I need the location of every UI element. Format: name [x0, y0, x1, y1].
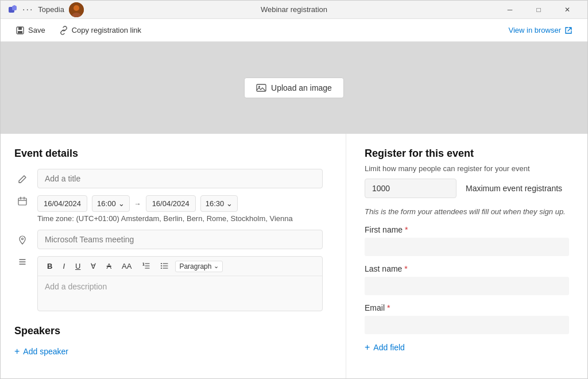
- list-icon-wrapper: [14, 256, 30, 266]
- last-name-input[interactable]: [365, 277, 569, 295]
- bulleted-list-button[interactable]: [157, 260, 172, 272]
- calendar-icon: [18, 196, 27, 206]
- teams-icon: [7, 5, 18, 15]
- description-content[interactable]: Add a description: [38, 276, 322, 311]
- description-row: B I U ∀ A AA: [14, 256, 323, 311]
- max-registrants-input[interactable]: [365, 179, 457, 198]
- view-browser-button[interactable]: View in browser: [502, 23, 578, 37]
- svg-point-4: [74, 5, 79, 11]
- add-speaker-label: Add speaker: [23, 347, 68, 356]
- svg-point-10: [258, 86, 260, 88]
- toolbar-left: Save Copy registration link: [10, 23, 147, 38]
- fontsize-button[interactable]: AA: [118, 261, 135, 272]
- first-name-input[interactable]: [365, 238, 569, 256]
- bold-button[interactable]: B: [44, 261, 56, 272]
- add-field-plus-icon: +: [365, 342, 370, 353]
- user-name: Topedia: [38, 5, 64, 14]
- end-time-select[interactable]: 16:30 ⌄: [200, 195, 238, 212]
- email-field: Email *: [365, 303, 569, 334]
- location-icon: [18, 235, 27, 245]
- description-box: B I U ∀ A AA: [37, 256, 323, 311]
- time-arrow-icon: →: [134, 200, 141, 208]
- svg-point-15: [161, 268, 162, 269]
- chevron-down-icon-3: ⌄: [214, 262, 219, 270]
- location-row: [14, 230, 323, 249]
- location-input[interactable]: [37, 230, 323, 249]
- first-name-label: First name *: [365, 225, 569, 234]
- svg-point-2: [13, 5, 16, 8]
- paragraph-select[interactable]: Paragraph ⌄: [175, 261, 223, 272]
- first-name-required: *: [405, 225, 408, 234]
- first-name-field: First name *: [365, 225, 569, 256]
- strikethrough-button[interactable]: A: [103, 261, 115, 272]
- form-desc-text: This is the form your attendees will fil…: [365, 207, 569, 216]
- desc-toolbar: B I U ∀ A AA: [38, 257, 322, 276]
- end-date-input[interactable]: 16/04/2024: [146, 195, 196, 212]
- paragraph-label: Paragraph: [179, 262, 211, 270]
- speakers-title: Speakers: [14, 325, 323, 337]
- email-input[interactable]: [365, 316, 569, 334]
- svg-point-13: [161, 263, 162, 264]
- last-name-field: Last name *: [365, 264, 569, 295]
- save-label: Save: [28, 26, 45, 34]
- underline-button[interactable]: U: [72, 261, 84, 272]
- main-content: Event details 16/04/2024: [1, 134, 587, 379]
- registrant-limit-row: Maximum event registrants: [365, 179, 569, 198]
- maximize-button[interactable]: □: [525, 1, 552, 19]
- add-speaker-button[interactable]: + Add speaker: [14, 346, 323, 357]
- datetime-inner-row: 16/04/2024 16:00 ⌄ → 16/04/2024 16:30 ⌄: [37, 195, 293, 212]
- italic-button[interactable]: I: [59, 261, 68, 272]
- upload-image-button[interactable]: Upload an image: [244, 78, 344, 98]
- minimize-button[interactable]: ─: [497, 1, 523, 19]
- email-label: Email *: [365, 303, 569, 312]
- start-time-select[interactable]: 16:00 ⌄: [92, 195, 130, 212]
- image-upload-area: Upload an image: [1, 42, 587, 134]
- avatar[interactable]: [69, 2, 84, 17]
- event-details-title: Event details: [14, 148, 323, 160]
- email-required: *: [387, 303, 390, 312]
- limit-text: Limit how many people can register for y…: [365, 164, 569, 173]
- svg-point-14: [161, 265, 162, 266]
- add-speaker-plus-icon: +: [14, 346, 20, 357]
- upload-image-label: Upload an image: [271, 83, 332, 92]
- chevron-down-icon-2: ⌄: [226, 199, 233, 208]
- numbered-list-button[interactable]: [138, 260, 153, 272]
- window-controls: ─ □ ✕: [497, 1, 581, 19]
- add-field-button[interactable]: + Add field: [365, 342, 569, 353]
- three-dots-menu[interactable]: ···: [22, 5, 33, 15]
- title-bar: ··· Topedia Webinar registration ─ □ ✕: [1, 1, 587, 19]
- max-registrants-label: Maximum event registrants: [466, 184, 562, 193]
- last-name-required: *: [404, 264, 407, 273]
- view-browser-label: View in browser: [508, 26, 561, 34]
- save-icon: [16, 26, 25, 35]
- svg-rect-8: [18, 31, 22, 33]
- svg-rect-11: [18, 198, 26, 205]
- app-toolbar: Save Copy registration link View in brow…: [1, 19, 587, 42]
- close-button[interactable]: ✕: [554, 1, 581, 19]
- svg-point-12: [22, 238, 24, 240]
- list-icon: [18, 257, 27, 266]
- save-button[interactable]: Save: [10, 23, 51, 38]
- edit-icon-wrapper: [14, 173, 30, 184]
- location-icon-wrapper: [14, 234, 30, 245]
- start-date-input[interactable]: 16/04/2024: [37, 195, 87, 212]
- left-panel: Event details 16/04/2024: [1, 134, 346, 379]
- window-title: Webinar registration: [261, 5, 327, 14]
- description-placeholder: Add a description: [45, 282, 107, 291]
- copy-link-label: Copy registration link: [72, 26, 141, 34]
- title-row: [14, 169, 323, 188]
- copy-link-button[interactable]: Copy registration link: [53, 23, 147, 38]
- titlebar-left: ··· Topedia: [7, 2, 84, 17]
- datetime-row: 16/04/2024 16:00 ⌄ → 16/04/2024 16:30 ⌄ …: [14, 195, 323, 223]
- register-title: Register for this event: [365, 148, 569, 160]
- image-upload-icon: [256, 83, 266, 93]
- link-icon: [59, 26, 68, 35]
- formula-button[interactable]: ∀: [87, 261, 99, 272]
- last-name-label: Last name *: [365, 264, 569, 273]
- edit-icon: [18, 175, 27, 184]
- event-title-input[interactable]: [37, 169, 323, 188]
- right-panel: Register for this event Limit how many p…: [346, 134, 587, 379]
- timezone-text: Time zone: (UTC+01:00) Amsterdam, Berlin…: [37, 214, 293, 223]
- external-link-icon: [564, 26, 572, 34]
- calendar-icon-wrapper: [14, 195, 30, 206]
